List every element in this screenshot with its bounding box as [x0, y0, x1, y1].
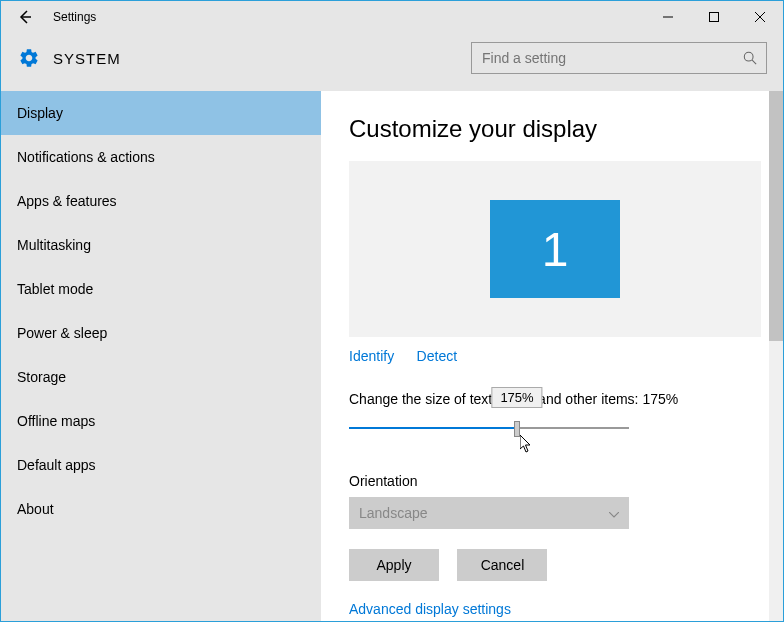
search-icon [734, 51, 766, 65]
monitor-number: 1 [542, 222, 569, 277]
search-input[interactable] [472, 50, 734, 66]
sidebar-item-label: Notifications & actions [17, 149, 155, 165]
search-box[interactable] [471, 42, 767, 74]
close-icon [755, 12, 765, 22]
sidebar-item-label: Multitasking [17, 237, 91, 253]
system-label: SYSTEM [53, 50, 121, 67]
sidebar-item-label: Power & sleep [17, 325, 107, 341]
content-pane: Customize your display 1 Identify Detect… [321, 91, 783, 622]
maximize-icon [709, 12, 719, 22]
minimize-button[interactable] [645, 1, 691, 33]
sidebar-item-storage[interactable]: Storage [1, 355, 321, 399]
window-title: Settings [53, 10, 96, 24]
slider-thumb[interactable] [514, 421, 520, 437]
sidebar-item-multitasking[interactable]: Multitasking [1, 223, 321, 267]
close-button[interactable] [737, 1, 783, 33]
scroll-thumb[interactable] [769, 91, 783, 341]
chevron-down-icon [609, 505, 619, 521]
scrollbar[interactable] [769, 91, 783, 622]
sidebar-item-tablet[interactable]: Tablet mode [1, 267, 321, 311]
identify-link[interactable]: Identify [349, 348, 394, 364]
sidebar-item-label: About [17, 501, 54, 517]
sidebar-item-label: Apps & features [17, 193, 117, 209]
sidebar-item-label: Offline maps [17, 413, 95, 429]
sidebar: Display Notifications & actions Apps & f… [1, 91, 321, 622]
header: SYSTEM [1, 33, 783, 91]
svg-point-5 [744, 52, 753, 61]
page-title: Customize your display [349, 115, 755, 143]
minimize-icon [663, 12, 673, 22]
cancel-button[interactable]: Cancel [457, 549, 547, 581]
sidebar-item-display[interactable]: Display [1, 91, 321, 135]
sidebar-item-label: Display [17, 105, 63, 121]
apply-button[interactable]: Apply [349, 549, 439, 581]
arrow-left-icon [17, 9, 33, 25]
titlebar: Settings [1, 1, 783, 33]
sidebar-item-maps[interactable]: Offline maps [1, 399, 321, 443]
svg-rect-2 [710, 13, 719, 22]
orientation-dropdown[interactable]: Landscape [349, 497, 629, 529]
sidebar-item-default-apps[interactable]: Default apps [1, 443, 321, 487]
scale-slider[interactable]: 175% [349, 417, 629, 445]
sidebar-item-notifications[interactable]: Notifications & actions [1, 135, 321, 179]
svg-line-6 [752, 60, 756, 64]
sidebar-item-power[interactable]: Power & sleep [1, 311, 321, 355]
slider-fill [349, 427, 517, 429]
monitor-preview[interactable]: 1 [349, 161, 761, 337]
cursor-icon [520, 435, 536, 455]
sidebar-item-label: Default apps [17, 457, 96, 473]
sidebar-item-label: Tablet mode [17, 281, 93, 297]
monitor-tile[interactable]: 1 [490, 200, 620, 298]
scale-label: Change the size of text, apps, and other… [349, 391, 755, 407]
slider-tooltip: 175% [491, 387, 542, 408]
advanced-settings-link[interactable]: Advanced display settings [349, 601, 511, 617]
gear-icon [17, 46, 41, 70]
back-button[interactable] [1, 1, 49, 33]
sidebar-item-apps[interactable]: Apps & features [1, 179, 321, 223]
sidebar-item-about[interactable]: About [1, 487, 321, 531]
detect-link[interactable]: Detect [417, 348, 457, 364]
sidebar-item-label: Storage [17, 369, 66, 385]
orientation-label: Orientation [349, 473, 755, 489]
orientation-value: Landscape [359, 505, 428, 521]
maximize-button[interactable] [691, 1, 737, 33]
